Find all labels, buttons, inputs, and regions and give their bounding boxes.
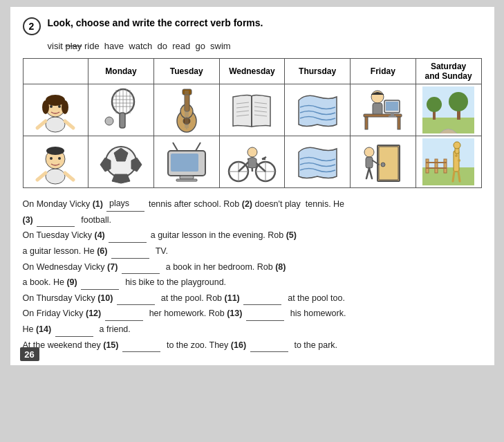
svg-point-4 [62, 100, 68, 114]
svg-rect-39 [373, 103, 382, 116]
exercise-number: 2 [23, 17, 41, 35]
svg-rect-45 [391, 113, 394, 116]
svg-line-58 [37, 173, 46, 180]
football-illustration [97, 138, 145, 185]
line-9: He (14) a friend. [23, 322, 482, 337]
svg-rect-46 [389, 116, 396, 117]
svg-point-0 [46, 117, 65, 132]
svg-line-59 [65, 173, 73, 180]
svg-rect-70 [176, 179, 197, 181]
num-9: (9) [66, 277, 77, 287]
page-number: 26 [20, 347, 39, 361]
header-tuesday: Tuesday [153, 59, 219, 84]
line-2: (3) football. [23, 212, 482, 228]
exercise-page: 2 Look, choose and write the correct ver… [10, 7, 494, 365]
blank-6 [111, 243, 149, 259]
num-6: (6) [97, 246, 107, 256]
svg-point-6 [58, 105, 61, 108]
word-play: play [66, 41, 82, 51]
svg-rect-42 [398, 117, 400, 129]
blank-11 [243, 291, 281, 306]
svg-rect-66 [171, 154, 198, 172]
blank-10 [117, 291, 155, 306]
line-5: On Wednesday Vicky (7) a book in her bed… [23, 259, 482, 275]
num-2: (2) [242, 199, 252, 209]
cell-rob-saturday [416, 136, 481, 188]
rob-illustration [30, 138, 80, 185]
svg-marker-62 [131, 158, 142, 172]
line-1: On Monday Vicky (1) plays tennis after s… [23, 196, 482, 212]
line-6: a book. He (9) his bike to the playgroun… [23, 275, 482, 290]
blank-12 [105, 306, 143, 321]
svg-line-8 [65, 121, 73, 128]
num-14: (14) [36, 324, 51, 334]
svg-point-57 [58, 157, 61, 160]
blank-15 [122, 338, 160, 353]
line-7: On Thursday Vicky (10) at the pool. Rob … [23, 291, 482, 306]
bike-illustration [226, 138, 278, 185]
tennis-illustration [97, 86, 145, 133]
num-1: (1) [93, 199, 103, 209]
line-8: On Friday Vicky (12) her homework. Rob (… [23, 306, 482, 321]
svg-point-53 [46, 169, 65, 184]
svg-line-7 [37, 121, 46, 128]
num-11: (11) [225, 293, 240, 303]
svg-rect-95 [426, 159, 429, 173]
svg-rect-94 [422, 167, 474, 185]
svg-point-103 [455, 154, 458, 157]
text-section: On Monday Vicky (1) plays tennis after s… [23, 196, 482, 352]
cell-vicky-thursday [285, 84, 351, 136]
num-4: (4) [95, 230, 105, 240]
cell-rob-tuesday [153, 136, 219, 188]
schedule-table: Monday Tuesday Wednesday Thursday Friday… [23, 58, 482, 188]
cell-vicky-wednesday [219, 84, 285, 136]
zoo-illustration [422, 138, 474, 185]
svg-line-106 [458, 172, 460, 181]
cell-rob-label [23, 136, 88, 188]
svg-line-67 [173, 142, 178, 151]
svg-marker-64 [112, 174, 130, 183]
num-16: (16) [231, 340, 246, 350]
blank-3 [37, 212, 75, 228]
park-illustration [422, 86, 474, 133]
svg-point-52 [427, 97, 442, 112]
header-thursday: Thursday [285, 59, 351, 84]
svg-point-87 [381, 163, 385, 167]
blank-4 [109, 228, 147, 243]
svg-rect-25 [183, 89, 192, 95]
svg-rect-96 [435, 159, 438, 173]
cell-vicky-saturday [416, 84, 481, 136]
blank-9 [81, 275, 119, 290]
cell-rob-thursday [285, 136, 351, 188]
blank-16 [250, 338, 288, 353]
header-saturday: Saturdayand Sunday [416, 59, 481, 84]
cell-rob-friday [350, 136, 416, 188]
blank-7 [122, 259, 160, 275]
tv-illustration [162, 138, 211, 185]
num-12: (12) [86, 309, 101, 318]
blank-13 [246, 306, 284, 321]
cell-rob-monday [88, 136, 154, 188]
vicky-illustration [30, 86, 80, 133]
blank-14 [55, 322, 93, 337]
guitar-illustration [162, 86, 211, 133]
svg-rect-69 [180, 176, 194, 179]
svg-line-105 [453, 172, 454, 181]
header-friday: Friday [350, 59, 416, 84]
num-7: (7) [107, 262, 118, 272]
cell-vicky-label [23, 84, 88, 136]
pool-illustration [292, 86, 344, 133]
header-wednesday: Wednesday [219, 59, 285, 84]
pool2-illustration [292, 138, 344, 185]
num-8: (8) [275, 262, 286, 272]
header-monday: Monday [88, 59, 154, 84]
exercise-instruction: Look, choose and write the correct verb … [48, 17, 263, 30]
table-row-rob [23, 136, 481, 188]
svg-marker-63 [100, 158, 111, 172]
svg-rect-97 [444, 159, 447, 173]
num-10: (10) [97, 293, 113, 303]
cell-rob-wednesday [219, 136, 285, 188]
svg-line-91 [369, 168, 372, 178]
cell-vicky-tuesday [153, 84, 219, 136]
svg-point-56 [50, 157, 53, 160]
